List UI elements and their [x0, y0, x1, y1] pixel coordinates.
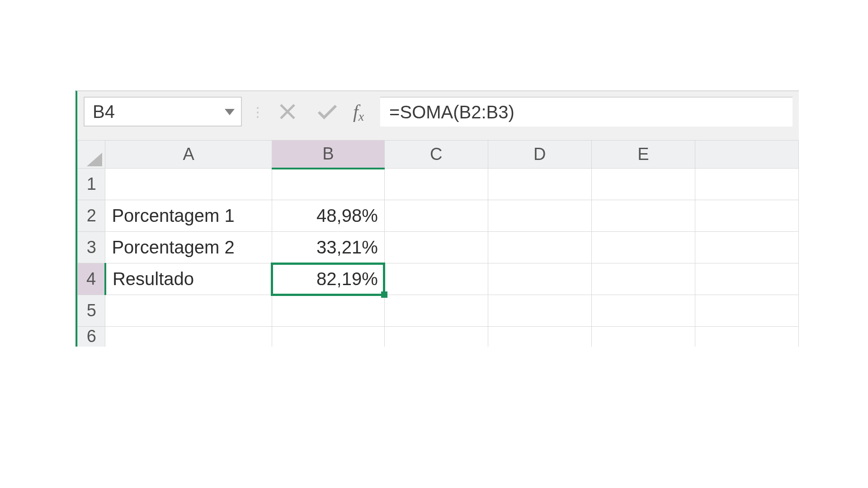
cell-A4[interactable]: Resultado — [105, 263, 272, 295]
cell-C6[interactable] — [384, 327, 488, 347]
cell-D5[interactable] — [488, 295, 591, 327]
column-header-D[interactable]: D — [488, 141, 591, 169]
row-header-2[interactable]: 2 — [78, 200, 105, 232]
cell-D1[interactable] — [488, 169, 591, 200]
cell-D2[interactable] — [488, 200, 591, 232]
select-all-corner[interactable] — [78, 141, 105, 169]
cell-E5[interactable] — [591, 295, 695, 327]
name-box[interactable]: B4 — [84, 97, 242, 127]
cell-A2[interactable]: Porcentagem 1 — [105, 200, 272, 232]
column-header-B[interactable]: B — [272, 141, 384, 169]
cell-F2[interactable] — [695, 200, 798, 232]
cell-B4[interactable]: 82,19% — [272, 263, 384, 295]
grid-row: 6 — [78, 327, 799, 347]
name-box-dropdown-icon[interactable] — [225, 105, 235, 118]
cell-D3[interactable] — [488, 232, 591, 263]
grid-row: 4 Resultado 82,19% — [78, 263, 799, 295]
cell-C3[interactable] — [384, 232, 488, 263]
row-header-4[interactable]: 4 — [78, 263, 105, 295]
cell-C1[interactable] — [384, 169, 488, 200]
formula-input[interactable]: =SOMA(B2:B3) — [380, 97, 793, 127]
cell-D6[interactable] — [488, 327, 591, 347]
spreadsheet-grid: A B C D E 1 2 P — [75, 140, 799, 347]
cell-A3[interactable]: Porcentagem 2 — [105, 232, 272, 263]
cell-E6[interactable] — [591, 327, 695, 347]
column-header-A[interactable]: A — [105, 141, 272, 169]
insert-function-button[interactable]: fx — [351, 101, 369, 122]
cell-A5[interactable] — [105, 295, 272, 327]
name-box-value: B4 — [93, 102, 115, 122]
cell-D4[interactable] — [488, 263, 591, 295]
cell-F1[interactable] — [695, 169, 798, 200]
cell-E1[interactable] — [591, 169, 695, 200]
cell-B6[interactable] — [272, 327, 384, 347]
formula-bar-grip-icon[interactable]: ⋮ — [250, 104, 264, 120]
accept-formula-button[interactable] — [311, 98, 343, 125]
cell-B1[interactable] — [272, 169, 384, 200]
cell-C2[interactable] — [384, 200, 488, 232]
cell-B5[interactable] — [272, 295, 384, 327]
check-icon — [317, 103, 338, 120]
cell-F5[interactable] — [695, 295, 798, 327]
cancel-formula-button[interactable] — [272, 98, 303, 125]
grid-row: 5 — [78, 295, 799, 327]
close-icon — [279, 103, 296, 120]
cell-E3[interactable] — [591, 232, 695, 263]
row-header-6[interactable]: 6 — [78, 327, 105, 347]
cell-E4[interactable] — [591, 263, 695, 295]
row-header-3[interactable]: 3 — [78, 232, 105, 263]
column-header-blank[interactable] — [695, 141, 798, 169]
cell-F6[interactable] — [695, 327, 798, 347]
row-header-5[interactable]: 5 — [78, 295, 105, 327]
formula-text: =SOMA(B2:B3) — [389, 102, 514, 122]
cell-C5[interactable] — [384, 295, 488, 327]
column-header-row: A B C D E — [78, 141, 799, 169]
cell-B3[interactable]: 33,21% — [272, 232, 384, 263]
cell-E2[interactable] — [591, 200, 695, 232]
row-header-1[interactable]: 1 — [78, 169, 105, 200]
cell-B2[interactable]: 48,98% — [272, 200, 384, 232]
grid-row: 3 Porcentagem 2 33,21% — [78, 232, 799, 263]
column-header-C[interactable]: C — [384, 141, 488, 169]
cell-A6[interactable] — [105, 327, 272, 347]
spreadsheet-window: B4 ⋮ fx =SOMA(B2:B3) — [75, 90, 799, 347]
column-header-E[interactable]: E — [591, 141, 695, 169]
grid-row: 2 Porcentagem 1 48,98% — [78, 200, 799, 232]
cell-A1[interactable] — [105, 169, 272, 200]
cell-F4[interactable] — [695, 263, 798, 295]
formula-bar: B4 ⋮ fx =SOMA(B2:B3) — [75, 90, 799, 140]
grid-row: 1 — [78, 169, 799, 200]
cell-C4[interactable] — [384, 263, 488, 295]
svg-marker-0 — [225, 109, 235, 115]
cell-F3[interactable] — [695, 232, 798, 263]
